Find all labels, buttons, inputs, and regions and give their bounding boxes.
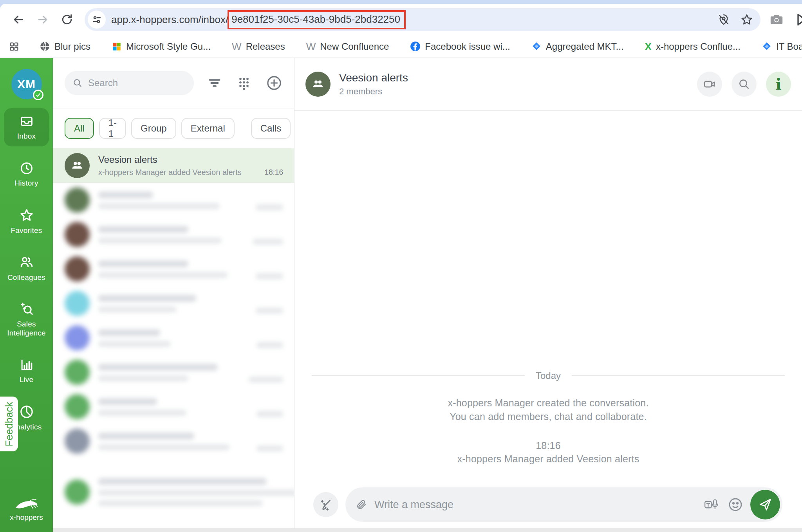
bookmark-blur-pics[interactable]: Blur pics bbox=[40, 41, 90, 52]
bookmark-label: New Confluence bbox=[320, 41, 389, 52]
event-timestamp: 18:16 bbox=[294, 440, 802, 451]
system-message: x-hoppers Manager created the conversati… bbox=[294, 397, 802, 409]
bookmark-xhoppers-confluence[interactable]: X x-hoppers Conflue... bbox=[645, 41, 741, 52]
feedback-tab[interactable]: Feedback bbox=[0, 397, 18, 451]
filter-button[interactable] bbox=[207, 76, 222, 90]
filter-chip-calls[interactable]: Calls bbox=[251, 118, 291, 139]
search-icon bbox=[72, 78, 83, 88]
sidebar-item-favorites[interactable]: Favorites bbox=[4, 202, 49, 240]
browser-window: app.x-hoppers.com/inbox/9e801f25-30c5-43… bbox=[0, 0, 802, 532]
chat-list-item-blurred[interactable] bbox=[53, 466, 294, 518]
sidebar-item-inbox[interactable]: Inbox bbox=[4, 108, 49, 146]
text-to-speech-icon bbox=[703, 496, 721, 513]
user-avatar[interactable]: XM bbox=[11, 69, 42, 99]
blurred-subtitle bbox=[98, 272, 228, 278]
sidebar-item-sales-intelligence[interactable]: Sales Intelligence bbox=[4, 296, 49, 343]
group-members-icon bbox=[311, 78, 325, 91]
search-input[interactable]: Search bbox=[65, 71, 194, 95]
filter-chip-1-1[interactable]: 1-1 bbox=[99, 118, 126, 139]
screenshot-extension-button[interactable] bbox=[769, 12, 784, 27]
blurred-title bbox=[98, 260, 188, 267]
send-button[interactable] bbox=[750, 490, 780, 519]
dialpad-icon bbox=[237, 76, 251, 90]
blurred-time bbox=[256, 342, 283, 348]
bookmark-microsoft-style-guide[interactable]: Microsoft Style Gu... bbox=[112, 41, 211, 52]
video-call-button[interactable] bbox=[697, 72, 722, 97]
bookmark-it-board[interactable]: IT Board Closed ti... bbox=[762, 41, 802, 52]
bookmark-aggregated-mkt[interactable]: Aggregated MKT... bbox=[531, 41, 624, 52]
voice-to-text-button[interactable] bbox=[703, 496, 721, 513]
filter-icon bbox=[207, 76, 222, 90]
bookmark-star-button[interactable] bbox=[740, 13, 753, 26]
group-avatar[interactable] bbox=[305, 72, 331, 97]
extensions-button[interactable] bbox=[794, 12, 802, 27]
chat-list-item-blurred[interactable] bbox=[53, 390, 294, 424]
site-settings-button[interactable] bbox=[88, 11, 106, 29]
attachment-paperclip-icon bbox=[356, 499, 367, 510]
avatar bbox=[65, 360, 90, 385]
filter-chip-group[interactable]: Group bbox=[131, 118, 176, 139]
location-blocked-button[interactable] bbox=[717, 13, 730, 26]
blurred-time bbox=[249, 377, 283, 382]
online-status-badge bbox=[33, 90, 43, 100]
chat-list-item-blurred[interactable] bbox=[53, 286, 294, 321]
emoji-button[interactable] bbox=[728, 497, 743, 512]
magic-wand-icon bbox=[319, 498, 332, 511]
message-input[interactable]: Write a message bbox=[345, 487, 782, 522]
chat-list-item-blurred[interactable] bbox=[53, 321, 294, 355]
date-divider-label: Today bbox=[536, 370, 561, 381]
chat-list-item-blurred[interactable] bbox=[53, 217, 294, 252]
blurred-time bbox=[256, 445, 283, 451]
avatar bbox=[65, 256, 90, 281]
back-button[interactable] bbox=[10, 11, 27, 28]
jira-icon bbox=[762, 41, 772, 52]
chat-list-item-blurred[interactable] bbox=[53, 424, 294, 458]
conversation-members-count: 2 members bbox=[339, 87, 408, 97]
send-plane-icon bbox=[758, 498, 772, 512]
forward-button[interactable] bbox=[34, 11, 51, 28]
bookmark-new-confluence[interactable]: W New Confluence bbox=[306, 41, 389, 52]
chat-info-button[interactable]: i bbox=[766, 72, 791, 97]
sidebar-item-history[interactable]: History bbox=[4, 155, 49, 193]
blurred-title bbox=[98, 295, 196, 302]
blurred-time bbox=[256, 273, 283, 279]
chat-filters: All 1-1 Group External Calls bbox=[53, 108, 294, 148]
filter-chip-external[interactable]: External bbox=[181, 118, 235, 139]
blurred-subtitle bbox=[98, 307, 177, 312]
reload-button[interactable] bbox=[58, 11, 76, 28]
chat-rows: Veesion alerts x-hoppers Manager added V… bbox=[53, 148, 294, 532]
address-bar[interactable]: app.x-hoppers.com/inbox/9e801f25-30c5-43… bbox=[85, 8, 760, 31]
chat-time: 18:16 bbox=[264, 168, 283, 177]
blurred-title bbox=[98, 191, 153, 198]
group-members-icon bbox=[70, 159, 84, 172]
filter-chip-all[interactable]: All bbox=[65, 118, 94, 139]
check-icon bbox=[35, 92, 41, 98]
bookmark-label: Aggregated MKT... bbox=[546, 41, 624, 52]
avatar bbox=[65, 188, 90, 213]
ai-assistant-button[interactable] bbox=[313, 492, 338, 517]
chip-label: Calls bbox=[260, 123, 281, 134]
bookmark-facebook-issue[interactable]: Facebook issue wi... bbox=[410, 41, 510, 52]
apps-grid-icon bbox=[9, 41, 20, 52]
message-placeholder: Write a message bbox=[374, 499, 696, 511]
window-bottom-scrollbar[interactable] bbox=[53, 528, 802, 532]
chat-last-message: x-hoppers Manager added Veesion alerts bbox=[98, 168, 264, 177]
sidebar-item-colleagues[interactable]: Colleagues bbox=[4, 249, 49, 287]
forward-icon bbox=[36, 13, 49, 26]
bookmark-label: Facebook issue wi... bbox=[425, 41, 510, 52]
search-in-chat-button[interactable] bbox=[732, 72, 757, 97]
chat-list-item-blurred[interactable] bbox=[53, 252, 294, 286]
dialpad-button[interactable] bbox=[237, 76, 251, 90]
new-chat-button[interactable] bbox=[266, 75, 282, 91]
apps-grid-button[interactable] bbox=[9, 41, 20, 52]
chat-list-item-blurred[interactable] bbox=[53, 183, 294, 217]
sidebar-item-label: Favorites bbox=[11, 226, 42, 235]
sidebar-brand-xhoppers[interactable]: x-hoppers bbox=[10, 498, 43, 522]
blurred-subtitle bbox=[98, 410, 186, 416]
feedback-label: Feedback bbox=[3, 402, 15, 446]
sidebar-item-live[interactable]: Live bbox=[4, 352, 49, 390]
bookmark-releases[interactable]: W Releases bbox=[232, 41, 285, 52]
chat-list-item-blurred[interactable] bbox=[53, 355, 294, 390]
chat-list-item-veesion-alerts[interactable]: Veesion alerts x-hoppers Manager added V… bbox=[53, 148, 294, 183]
info-icon: i bbox=[775, 76, 781, 92]
